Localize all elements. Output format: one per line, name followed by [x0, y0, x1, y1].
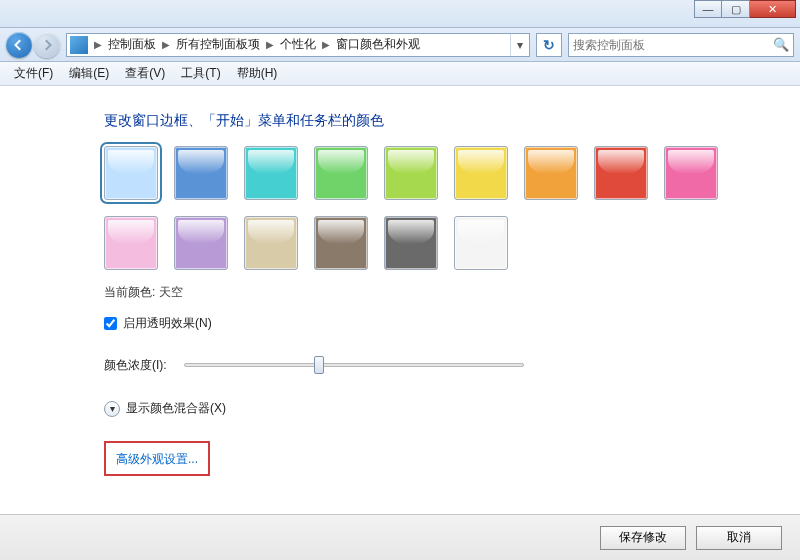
- transparency-checkbox[interactable]: [104, 317, 117, 330]
- nav-buttons: [6, 32, 60, 58]
- window-buttons: — ▢ ✕: [694, 0, 796, 18]
- transparency-label[interactable]: 启用透明效果(N): [123, 315, 212, 332]
- color-swatch[interactable]: [174, 146, 228, 200]
- maximize-button[interactable]: ▢: [722, 0, 750, 18]
- current-color-row: 当前颜色: 天空: [104, 284, 800, 301]
- breadcrumb-item[interactable]: 窗口颜色和外观: [334, 36, 422, 53]
- chevron-right-icon: ▶: [158, 39, 174, 50]
- search-input[interactable]: [573, 38, 773, 52]
- breadcrumb-dropdown[interactable]: ▾: [510, 34, 529, 56]
- refresh-icon: ↻: [543, 37, 555, 53]
- current-color-value: 天空: [159, 285, 183, 299]
- maximize-icon: ▢: [731, 3, 741, 16]
- chevron-down-icon: ▾: [104, 401, 120, 417]
- intensity-label: 颜色浓度(I):: [104, 357, 184, 374]
- chevron-right-icon: ▶: [262, 39, 278, 50]
- color-swatch-grid: [104, 146, 724, 270]
- chevron-right-icon: ▶: [90, 39, 106, 50]
- color-swatch[interactable]: [594, 146, 648, 200]
- menu-help[interactable]: 帮助(H): [229, 63, 286, 84]
- transparency-row: 启用透明效果(N): [104, 315, 800, 332]
- command-bar: 保存修改 取消: [0, 514, 800, 560]
- color-swatch[interactable]: [104, 216, 158, 270]
- color-swatch[interactable]: [174, 216, 228, 270]
- advanced-appearance-link[interactable]: 高级外观设置...: [116, 452, 198, 466]
- window-titlebar: — ▢ ✕: [0, 0, 800, 28]
- color-swatch[interactable]: [384, 146, 438, 200]
- refresh-button[interactable]: ↻: [536, 33, 562, 57]
- intensity-row: 颜色浓度(I):: [104, 356, 800, 374]
- slider-track: [184, 363, 524, 367]
- color-swatch[interactable]: [104, 146, 158, 200]
- breadcrumb[interactable]: ▶ 控制面板 ▶ 所有控制面板项 ▶ 个性化 ▶ 窗口颜色和外观 ▾: [66, 33, 530, 57]
- intensity-slider[interactable]: [184, 356, 524, 374]
- breadcrumb-item[interactable]: 所有控制面板项: [174, 36, 262, 53]
- navigation-bar: ▶ 控制面板 ▶ 所有控制面板项 ▶ 个性化 ▶ 窗口颜色和外观 ▾ ↻ 🔍: [0, 28, 800, 62]
- search-box[interactable]: 🔍: [568, 33, 794, 57]
- color-swatch[interactable]: [314, 146, 368, 200]
- color-swatch[interactable]: [524, 146, 578, 200]
- menu-bar: 文件(F) 编辑(E) 查看(V) 工具(T) 帮助(H): [0, 62, 800, 86]
- color-swatch[interactable]: [314, 216, 368, 270]
- breadcrumb-item[interactable]: 个性化: [278, 36, 318, 53]
- breadcrumb-item[interactable]: 控制面板: [106, 36, 158, 53]
- close-icon: ✕: [768, 3, 777, 16]
- chevron-right-icon: ▶: [318, 39, 334, 50]
- minimize-button[interactable]: —: [694, 0, 722, 18]
- slider-thumb[interactable]: [314, 356, 324, 374]
- color-mixer-label: 显示颜色混合器(X): [126, 400, 226, 417]
- minimize-icon: —: [703, 3, 714, 15]
- cancel-button[interactable]: 取消: [696, 526, 782, 550]
- page-title: 更改窗口边框、「开始」菜单和任务栏的颜色: [104, 112, 800, 130]
- menu-edit[interactable]: 编辑(E): [61, 63, 117, 84]
- color-swatch[interactable]: [454, 216, 508, 270]
- advanced-link-highlight: 高级外观设置...: [104, 441, 210, 476]
- search-icon: 🔍: [773, 37, 789, 52]
- menu-tools[interactable]: 工具(T): [173, 63, 228, 84]
- menu-file[interactable]: 文件(F): [6, 63, 61, 84]
- save-button[interactable]: 保存修改: [600, 526, 686, 550]
- color-swatch[interactable]: [454, 146, 508, 200]
- color-swatch[interactable]: [384, 216, 438, 270]
- color-swatch[interactable]: [664, 146, 718, 200]
- menu-view[interactable]: 查看(V): [117, 63, 173, 84]
- content-area: 更改窗口边框、「开始」菜单和任务栏的颜色 当前颜色: 天空 启用透明效果(N) …: [0, 86, 800, 514]
- current-color-label: 当前颜色:: [104, 285, 155, 299]
- color-mixer-row[interactable]: ▾ 显示颜色混合器(X): [104, 400, 800, 417]
- control-panel-icon: [70, 36, 88, 54]
- back-button[interactable]: [6, 32, 32, 58]
- close-button[interactable]: ✕: [750, 0, 796, 18]
- forward-button[interactable]: [34, 32, 60, 58]
- color-swatch[interactable]: [244, 216, 298, 270]
- color-swatch[interactable]: [244, 146, 298, 200]
